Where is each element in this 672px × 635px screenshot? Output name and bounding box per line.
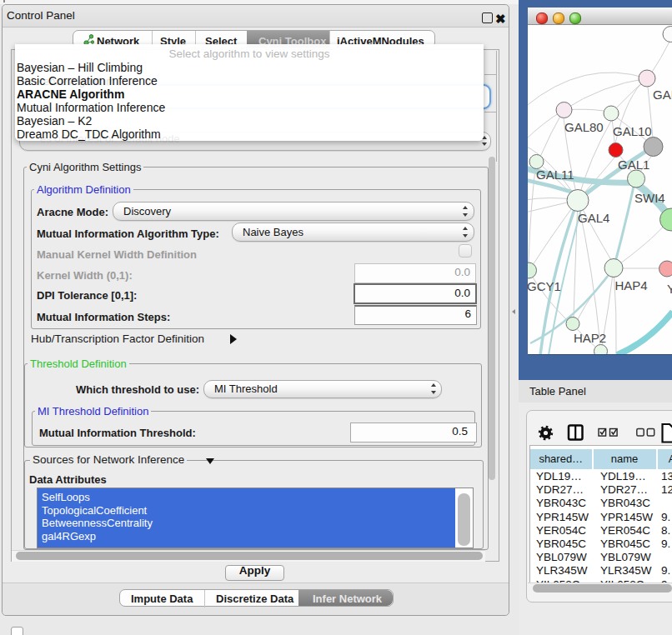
svg-text:Y: Y <box>667 282 672 296</box>
svg-text:HAP2: HAP2 <box>574 331 606 345</box>
svg-text:GAL1: GAL1 <box>618 158 649 172</box>
svg-text:SWI4: SWI4 <box>634 191 665 205</box>
svg-text:GAL80: GAL80 <box>564 120 604 134</box>
svg-text:GCY1: GCY1 <box>528 279 561 293</box>
svg-text:GAL10: GAL10 <box>613 124 652 138</box>
svg-text:HAP4: HAP4 <box>615 278 648 292</box>
svg-text:GAL11: GAL11 <box>536 168 574 182</box>
svg-text:GAL2: GAL2 <box>653 88 672 102</box>
svg-text:GAL4: GAL4 <box>578 211 609 225</box>
